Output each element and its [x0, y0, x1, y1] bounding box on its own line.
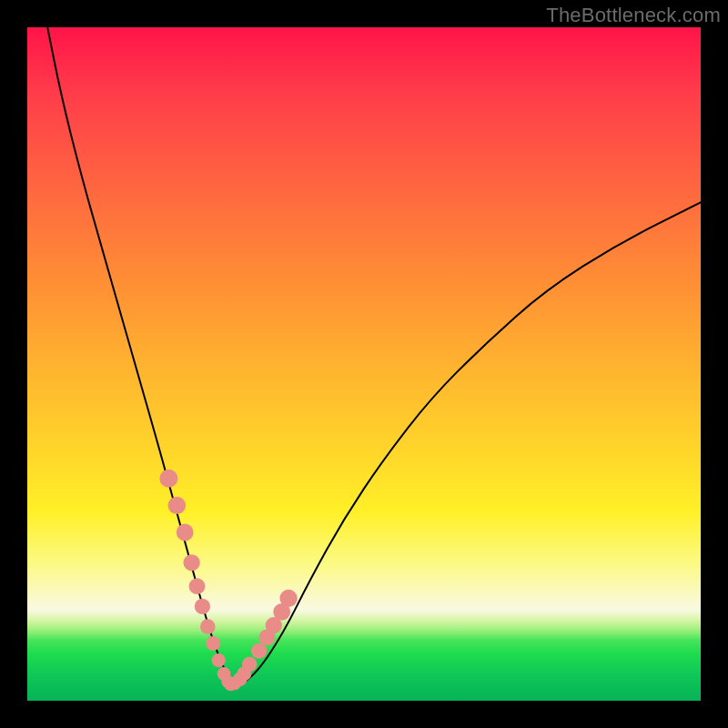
highlight-dot [200, 619, 216, 634]
curve-layer [27, 27, 701, 701]
highlight-dot [242, 657, 258, 672]
watermark-text: TheBottleneck.com [546, 4, 721, 27]
highlight-dot [251, 643, 267, 659]
highlight-dot [206, 636, 220, 651]
chart-frame: TheBottleneck.com [0, 0, 728, 728]
plot-area [27, 27, 701, 701]
highlight-dot [168, 497, 186, 514]
highlight-dot [159, 470, 177, 488]
bottleneck-curve [47, 27, 701, 684]
highlight-dot [189, 578, 206, 594]
highlight-dot [279, 590, 297, 607]
highlight-dot [212, 653, 226, 667]
highlight-dot [195, 599, 210, 614]
highlight-dots [159, 470, 297, 692]
highlight-dot [184, 554, 200, 571]
highlight-dot [177, 524, 194, 541]
